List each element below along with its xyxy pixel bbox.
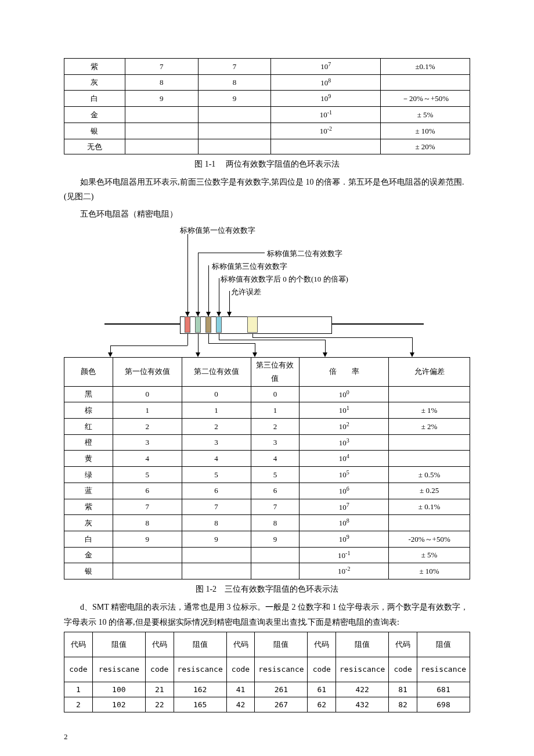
table2-cell: 8 [113, 515, 182, 531]
table2-cell: 101 [300, 402, 389, 419]
table2-cell: 4 [182, 451, 251, 467]
table1-cell: ± 20% [381, 139, 470, 154]
table2-cell: 100 [300, 386, 389, 402]
table2-cell: 3 [251, 434, 300, 451]
table2-cell: 绿 [64, 467, 113, 483]
table1-cell: ±0.1% [381, 59, 470, 75]
table2-cell: 2 [182, 418, 251, 434]
t2-h-d3: 第三位有效值 [251, 357, 300, 386]
table1-cell [125, 107, 198, 123]
table3-cell: 21 [145, 682, 174, 697]
table2-cell: 7 [251, 499, 300, 515]
table2-cell: 棕 [64, 402, 113, 419]
table1-cell: 8 [125, 74, 198, 91]
table2-cell [113, 547, 182, 563]
table1-cell [198, 139, 271, 154]
table1-cell: ± 5% [381, 107, 470, 123]
table2-cell: 白 [64, 531, 113, 547]
table2-cell: 7 [182, 499, 251, 515]
table1-cell: 8 [198, 74, 271, 91]
table2-cell: 黄 [64, 451, 113, 467]
table2-cell: 106 [300, 483, 389, 499]
table2-cell: ± 2% [389, 418, 470, 434]
table1-cell [198, 107, 271, 123]
table1-cell: 灰 [64, 74, 125, 91]
table2-cell: 蓝 [64, 483, 113, 499]
table2-cell: 8 [182, 515, 251, 531]
table2-cell: ± 0.1% [389, 499, 470, 515]
five-band-resistor-diagram: 标称值第一位有效数字 标称值第二位有效数字 标称值第三位有效数字 标称值有效数字… [81, 224, 453, 357]
table2-cell: 109 [300, 531, 389, 547]
table1-cell: －20%～+50% [381, 91, 470, 107]
table2-cell: 2 [251, 418, 300, 434]
diagram-label-4: 标称值有效数字后 0 的个数(10 的倍幂) [221, 272, 348, 286]
table1-cell: 10-1 [271, 107, 381, 123]
page-number: 2 [64, 730, 470, 743]
diagram-label-3: 标称值第三位有效数字 [212, 260, 287, 273]
table2-cell: 3 [182, 434, 251, 451]
table2-cell: ± 0.5% [389, 467, 470, 483]
table2-cell: 104 [300, 451, 389, 467]
table3-cell: 432 [336, 697, 389, 712]
table2-cell: ± 5% [389, 547, 470, 563]
table2-cell [182, 547, 251, 563]
table3-cell: 42 [226, 697, 255, 712]
table2-cell: 10-1 [300, 547, 389, 563]
table2-cell: 9 [182, 531, 251, 547]
table1-cell: 金 [64, 107, 125, 123]
table1-cell: 109 [271, 91, 381, 107]
table2-cell: ± 1% [389, 402, 470, 419]
table2-cell: 6 [113, 483, 182, 499]
table2-cell [389, 434, 470, 451]
table2-cell: 9 [113, 531, 182, 547]
table2-cell: 0 [182, 386, 251, 402]
table2-cell: ± 0.25 [389, 483, 470, 499]
t2-h-d2: 第二位有效值 [182, 357, 251, 386]
table1-cell: 107 [271, 59, 381, 75]
diagram-label-2: 标称值第二位有效数字 [267, 247, 342, 260]
table3-cell: 422 [336, 682, 389, 697]
table2-cell: 9 [251, 531, 300, 547]
table1-cell [125, 123, 198, 139]
table2-cell [251, 547, 300, 563]
table1-cell: 9 [198, 91, 271, 107]
table1-cell: 紫 [64, 59, 125, 75]
table3-cell: 81 [389, 682, 417, 697]
table2-cell: 1 [251, 402, 300, 419]
table1-cell: 7 [198, 59, 271, 75]
table2-cell: 5 [251, 467, 300, 483]
t3-h-val: 阻值 [92, 632, 145, 657]
table2-cell: 0 [251, 386, 300, 402]
table1-cell [381, 74, 470, 91]
table2-cell: 6 [251, 483, 300, 499]
table3-cell: 102 [92, 697, 145, 712]
table3-smt-lookup: 代码 阻值 代码 阻值 代码 阻值 代码 阻值 代码 阻值 code resis… [64, 632, 470, 713]
table2-cell: 102 [300, 418, 389, 434]
table2-caption: 图 1-2 三位有效数字阻值的色环表示法 [64, 582, 470, 596]
table2-cell: 1 [182, 402, 251, 419]
table3-cell: 267 [255, 697, 308, 712]
table3-cell: 165 [174, 697, 226, 712]
table2-cell: 5 [182, 467, 251, 483]
table2-cell: 黑 [64, 386, 113, 402]
paragraph-3: d、SMT 精密电阻的表示法，通常也是用 3 位标示。一般是 2 位数字和 1 … [64, 600, 470, 629]
table2-cell [182, 563, 251, 579]
table2-cell: 107 [300, 499, 389, 515]
table3-cell: 698 [417, 697, 470, 712]
table2-cell: 10-2 [300, 563, 389, 579]
t2-h-tol: 允许偏差 [389, 357, 470, 386]
diagram-label-5: 允许误差 [231, 285, 261, 298]
table2-cell: -20%～+50% [389, 531, 470, 547]
table1-cell: ± 10% [381, 123, 470, 139]
table2-cell: 4 [113, 451, 182, 467]
table2-cell [389, 515, 470, 531]
table1-cell: 108 [271, 74, 381, 91]
table1-caption: 图 1-1 两位有效数字阻值的色环表示法 [64, 157, 470, 171]
t2-h-mult: 倍 率 [300, 357, 389, 386]
table1-cell [198, 123, 271, 139]
table2-cell: 紫 [64, 499, 113, 515]
t2-h-color: 颜色 [64, 357, 113, 386]
table2-cell [389, 386, 470, 402]
table3-cell: 41 [226, 682, 255, 697]
table2-cell [389, 451, 470, 467]
